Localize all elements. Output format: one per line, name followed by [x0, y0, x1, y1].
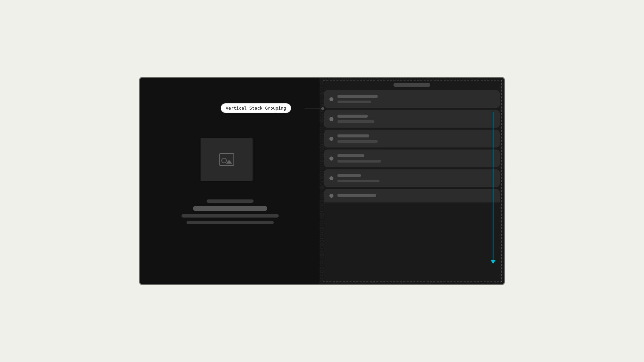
- list-text-bottom: [337, 101, 371, 103]
- list-dot-icon: [329, 117, 333, 121]
- list-dot-icon: [329, 97, 333, 101]
- image-icon: [219, 153, 234, 166]
- list-text-bottom: [337, 140, 378, 143]
- text-bar-2: [193, 206, 267, 211]
- list-text-bottom: [337, 180, 379, 182]
- list-item[interactable]: [324, 149, 500, 167]
- left-panel: Vertical Stack Grouping: [140, 78, 320, 284]
- list-text-group: [337, 194, 494, 197]
- image-placeholder: [201, 138, 253, 181]
- text-bar-3: [181, 214, 279, 218]
- list-item[interactable]: [324, 130, 500, 147]
- tooltip-connector-dot: [321, 107, 324, 110]
- list-text-group: [337, 95, 494, 103]
- arrow-line: [493, 112, 493, 260]
- tooltip-label: Vertical Stack Grouping: [221, 103, 291, 113]
- list-text-group: [337, 174, 494, 182]
- right-panel: [320, 78, 504, 284]
- text-bars-group: [154, 199, 306, 224]
- list-text-top: [337, 194, 376, 197]
- text-bar-1: [207, 199, 254, 203]
- list-item[interactable]: [324, 90, 500, 108]
- list-dot-icon: [329, 176, 333, 180]
- list-text-top: [337, 95, 378, 98]
- list-text-top: [337, 115, 368, 118]
- list-dot-icon: [329, 157, 333, 161]
- list-text-bottom: [337, 160, 381, 163]
- top-pill-bar: [393, 83, 430, 87]
- main-frame: Vertical Stack Grouping: [139, 77, 505, 285]
- list-text-group: [337, 154, 494, 163]
- list-text-top: [337, 174, 361, 177]
- list-item-partial[interactable]: [324, 189, 500, 202]
- list-dot-icon: [329, 137, 333, 141]
- list-text-top: [337, 134, 369, 137]
- tooltip-connector-line: [305, 109, 323, 109]
- list-item[interactable]: [324, 169, 500, 187]
- vertical-arrow: [490, 112, 496, 264]
- arrow-head-icon: [490, 260, 496, 264]
- text-bar-4: [186, 221, 274, 224]
- list-text-top: [337, 154, 364, 157]
- list-dot-icon: [329, 194, 333, 198]
- list-text-group: [337, 134, 494, 143]
- list-text-group: [337, 115, 494, 123]
- list-item[interactable]: [324, 110, 500, 128]
- list-text-bottom: [337, 120, 374, 123]
